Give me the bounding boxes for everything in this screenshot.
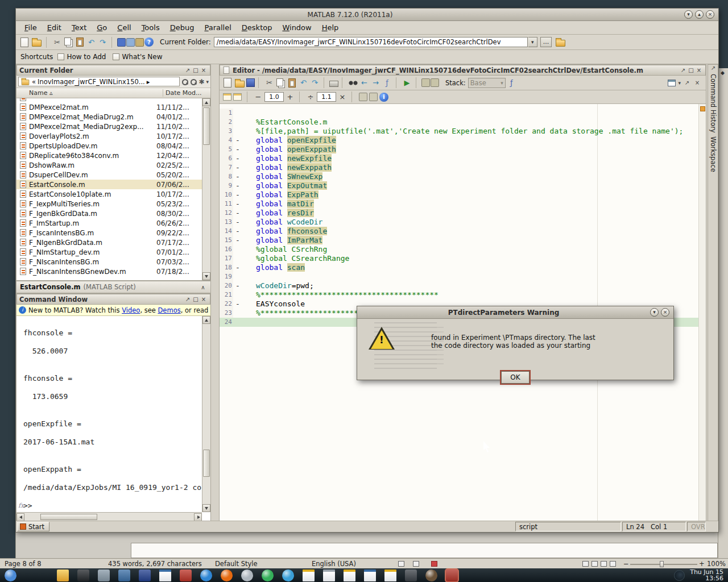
code-line-18[interactable]: 18-global scan <box>220 263 706 272</box>
file-row-doverlayplots2-m[interactable]: DoverlayPlots2.m10/17/2... <box>16 131 202 141</box>
scroll-down-icon[interactable] <box>202 504 210 512</box>
command-window-output[interactable]: fhconsole = 526.0007fhconsole = 173.0659… <box>16 316 202 512</box>
find-icon[interactable] <box>348 78 358 87</box>
code-line-13[interactable]: 13-global wCodeDir <box>220 218 706 227</box>
redo-icon[interactable]: ↷ <box>97 37 108 48</box>
menu-debug[interactable]: Debug <box>165 22 200 34</box>
doc-view-multi-icon[interactable] <box>592 561 598 567</box>
menu-desktop[interactable]: Desktop <box>237 22 278 34</box>
command-prompt[interactable]: fx>> <box>23 501 202 510</box>
redo-icon[interactable]: ↷ <box>309 77 320 88</box>
start-button[interactable]: Start <box>17 522 49 531</box>
code-line-17[interactable]: 17%global CSrearchRange <box>220 254 706 263</box>
editor-app-icon[interactable] <box>98 569 110 581</box>
file-row-f-imstartup-m[interactable]: F_ImStartup.m06/26/2... <box>16 218 202 228</box>
close-button[interactable]: × <box>706 10 714 19</box>
profiler-icon[interactable] <box>135 38 144 47</box>
undock-icon[interactable]: ↗ <box>683 80 691 86</box>
file-row-dsupercelldev-m[interactable]: DsuperCellDev.m05/20/2... <box>16 170 202 180</box>
doc-zoom-percent[interactable]: 100% <box>707 560 726 568</box>
undo-icon[interactable]: ↶ <box>86 37 97 48</box>
terminal-icon[interactable] <box>77 569 89 581</box>
file-row-dpertsuploaddev-m[interactable]: DpertsUploadDev.m08/04/2... <box>16 141 202 151</box>
shade-button[interactable]: ▾ <box>684 10 693 19</box>
prev-cell-icon[interactable] <box>359 93 367 101</box>
zoom-slider-handle[interactable] <box>660 561 664 567</box>
forward-icon[interactable]: → <box>370 77 381 88</box>
decrease-indent-icon[interactable]: − <box>254 93 262 101</box>
doc-yellow-icon[interactable] <box>303 569 315 581</box>
doc-plain-icon[interactable] <box>323 569 335 581</box>
code-line-1[interactable]: 1 <box>220 109 706 118</box>
doc-yellow2-icon[interactable] <box>344 569 355 581</box>
file-row-dshowraw-m[interactable]: DshowRaw.m02/25/2... <box>16 160 202 170</box>
back-icon[interactable]: ← <box>359 77 370 88</box>
menu-parallel[interactable]: Parallel <box>199 22 236 34</box>
scrollbar-thumb[interactable] <box>40 514 97 520</box>
save-icon[interactable] <box>246 78 255 87</box>
tab-command-history[interactable]: Command History <box>709 74 717 133</box>
paste-icon[interactable] <box>76 38 84 47</box>
function-icon[interactable]: ƒ <box>382 77 392 88</box>
close-icon[interactable]: × <box>695 67 703 73</box>
scroll-up-icon[interactable] <box>202 98 210 106</box>
doc-yellow3-icon[interactable] <box>384 569 396 581</box>
insert-cell-above-icon[interactable] <box>223 93 231 101</box>
close-icon[interactable]: × <box>200 67 208 73</box>
close-button[interactable]: × <box>661 308 669 317</box>
file-row-estartconsole-m[interactable]: EstartConsole.m07/06/2... <box>16 180 202 189</box>
blue-sphere-icon[interactable] <box>200 569 212 581</box>
doc-style[interactable]: Default Style <box>215 560 258 568</box>
undock-icon[interactable]: ↗ <box>709 65 717 71</box>
dark-app-icon[interactable] <box>405 569 417 581</box>
scroll-right-icon[interactable] <box>194 513 202 521</box>
cut-icon[interactable]: ✂ <box>264 77 275 88</box>
multiply-value-field[interactable]: 1.1 <box>317 92 336 102</box>
close-icon[interactable]: × <box>693 80 701 86</box>
file-row-estartconsole10plate-m[interactable]: EstartConsole10plate.m10/17/2... <box>16 189 202 199</box>
menu-text[interactable]: Text <box>67 22 92 34</box>
dialog-titlebar[interactable]: PTdirectParameters Warning ▾ × <box>357 306 673 319</box>
breadcrumb[interactable]: « InovImager_jwrCF_WINLinx150... ▸ <box>18 77 180 86</box>
doc-language[interactable]: English (USA) <box>312 560 356 568</box>
new-icon[interactable] <box>224 78 231 88</box>
maximize-button[interactable]: ▴ <box>695 10 704 19</box>
close-icon[interactable]: × <box>200 296 208 302</box>
command-window-titlebar[interactable]: Command Window ↗ □ × <box>16 294 210 305</box>
open-file-icon[interactable] <box>32 40 42 47</box>
zoom-slider-track[interactable] <box>630 564 697 565</box>
menu-go[interactable]: Go <box>92 22 112 34</box>
menu-window[interactable]: Window <box>277 22 316 34</box>
matlab-taskbar-icon[interactable] <box>446 569 458 581</box>
run-advance-icon[interactable] <box>431 78 439 87</box>
open-icon[interactable] <box>235 81 245 88</box>
warning-dialog[interactable]: PTdirectParameters Warning ▾ × ! found i… <box>357 306 674 380</box>
document-scrollbar[interactable]: ◆ <box>718 68 728 568</box>
shortcut-what-s-new[interactable]: What's New <box>113 53 162 61</box>
file-manager-icon[interactable] <box>57 569 69 581</box>
search-icon[interactable] <box>181 78 188 85</box>
banner-link[interactable]: Demos <box>158 306 181 314</box>
help-icon[interactable]: ? <box>144 38 154 47</box>
simulink-icon[interactable] <box>117 38 126 47</box>
doc-view-single-icon[interactable] <box>582 561 589 567</box>
file-list-scrollbar[interactable] <box>202 98 210 280</box>
file-row-f-niscanintensbgnewdev-m[interactable]: F_NIscanIntensBGnewDev.m07/18/2... <box>16 267 202 276</box>
tab-workspace[interactable]: Workspace <box>709 136 717 172</box>
undock-icon[interactable]: ↗ <box>184 67 192 73</box>
insert-cell-below-icon[interactable] <box>233 93 242 101</box>
code-line-10[interactable]: 10-global ExpPath <box>220 190 706 199</box>
browse-folder-button[interactable]: ... <box>540 37 552 47</box>
zoom-out-icon[interactable]: − <box>623 560 629 568</box>
green-sphere-icon[interactable] <box>262 569 274 581</box>
up-folder-icon[interactable] <box>556 40 565 47</box>
new-file-icon[interactable] <box>20 38 28 47</box>
command-window-vscrollbar[interactable] <box>202 316 210 512</box>
file-row-f-nimstartup-dev-m[interactable]: F_NImStartup_dev.m07/01/2... <box>16 247 202 257</box>
banner-link[interactable]: Video <box>122 306 140 314</box>
increase-indent-icon[interactable]: + <box>286 93 294 101</box>
maximize-icon[interactable]: □ <box>687 67 695 73</box>
scroll-up-icon[interactable] <box>202 316 210 324</box>
column-date-modified[interactable]: Date Mod... <box>163 89 210 97</box>
shortcuts-label[interactable]: Shortcuts <box>20 53 53 61</box>
